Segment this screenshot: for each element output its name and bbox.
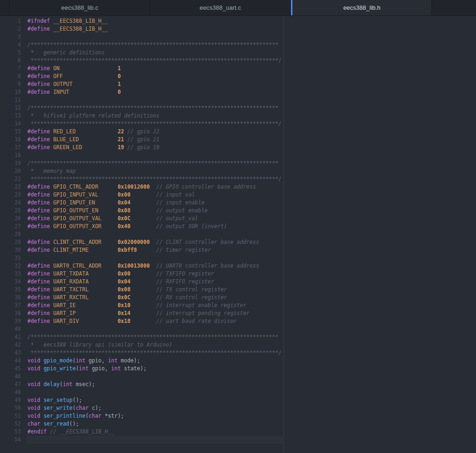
code-text: void delay(int msec);: [21, 381, 95, 388]
tab-eecs388-lib-c[interactable]: eecs388_lib.c: [9, 0, 150, 15]
code-line[interactable]: 48: [0, 388, 476, 396]
code-line[interactable]: 19/*************************************…: [0, 159, 476, 167]
code-line[interactable]: 7#define ON 1: [0, 65, 476, 72]
token-kw: void: [27, 381, 40, 387]
code-line[interactable]: 2#define __EECS388_LIB_H__: [0, 25, 476, 33]
code-line[interactable]: 29#define CLINT_CTRL_ADDR 0x02000000 // …: [0, 238, 476, 246]
token-num: 0x10: [118, 302, 131, 309]
code-line[interactable]: 14 *************************************…: [0, 120, 476, 128]
editor[interactable]: 1#ifndef __EECS388_LIB_H__2#define __EEC…: [0, 16, 476, 453]
token-cm: // gpio 19: [127, 144, 159, 151]
line-number: 37: [0, 302, 21, 309]
token-tx: [89, 270, 118, 277]
code-text: #define OFF 0: [21, 72, 121, 80]
token-cm: /***************************************…: [27, 334, 278, 340]
code-line[interactable]: 42 * eecs388 library api (similar to Ard…: [0, 341, 476, 349]
line-number: 29: [0, 238, 21, 246]
code-text: char ser_read();: [21, 420, 79, 428]
token-tx: [101, 263, 118, 269]
code-line[interactable]: 18: [0, 151, 476, 159]
code-line[interactable]: 54: [0, 436, 476, 444]
code-line[interactable]: 22#define GPIO_CTRL_ADDR 0x10012000 // G…: [0, 183, 476, 191]
code-line[interactable]: 47void delay(int msec);: [0, 381, 476, 388]
code-line[interactable]: 23#define GPIO_INPUT_VAL 0x00 // input v…: [0, 191, 476, 199]
code-line[interactable]: 45void gpio_write(int gpio, int state);: [0, 365, 476, 373]
token-num: 1: [118, 65, 121, 72]
token-kw: char: [89, 413, 102, 419]
token-fn: ser_printline: [44, 413, 86, 419]
code-line[interactable]: 8#define OFF 0: [0, 72, 476, 80]
code-text: #define UART_RXDATA 0x04 // RXFIFO regis…: [21, 278, 214, 286]
code-line[interactable]: 27#define GPIO_OUTPUT_XOR 0x40 // output…: [0, 223, 476, 230]
token-num: 0x08: [118, 286, 131, 293]
code-line[interactable]: 50void ser_write(char c);: [0, 404, 476, 412]
token-tx: [40, 413, 44, 419]
line-number: 30: [0, 246, 21, 254]
token-kw: void: [27, 365, 40, 372]
code-text: #define BLUE_LED 21 // gpio 21: [21, 136, 159, 144]
line-number: 48: [0, 388, 21, 396]
code-line[interactable]: 26#define GPIO_OUTPUT_VAL 0x0C // output…: [0, 215, 476, 223]
code-line[interactable]: 46: [0, 373, 476, 381]
code-line[interactable]: 24#define GPIO_INPUT_EN 0x04 // input en…: [0, 199, 476, 207]
code-line[interactable]: 25#define GPIO_OUTPUT_EN 0x08 // output …: [0, 207, 476, 215]
code-line[interactable]: 40: [0, 325, 476, 333]
code-line[interactable]: 16#define BLUE_LED 21 // gpio 21: [0, 136, 476, 144]
token-kw: #define: [27, 239, 53, 245]
code-line[interactable]: 52char ser_read();: [0, 420, 476, 428]
code-line[interactable]: 3: [0, 33, 476, 41]
code-line[interactable]: 21 *************************************…: [0, 175, 476, 183]
code-line[interactable]: 30#define CLINT_MTIME 0xbff8 // timer re…: [0, 246, 476, 254]
code-line[interactable]: 36#define UART_RXCTRL 0x0C // RX control…: [0, 294, 476, 302]
code-text: /***************************************…: [21, 104, 278, 112]
code-line[interactable]: 4/**************************************…: [0, 41, 476, 49]
code-line[interactable]: 49void ser_setup();: [0, 396, 476, 404]
code-line[interactable]: 6 **************************************…: [0, 57, 476, 65]
token-tx: [40, 420, 44, 427]
token-tx: [131, 302, 156, 309]
code-line[interactable]: 41/*************************************…: [0, 333, 476, 341]
token-kw: #ifndef: [27, 18, 53, 24]
tab-eecs388-lib-h[interactable]: eecs388_lib.h: [291, 0, 432, 15]
code-line[interactable]: 51void ser_printline(char *str);: [0, 412, 476, 420]
code-text: * generic definitions: [21, 49, 105, 57]
token-tx: [131, 207, 156, 214]
token-tx: [76, 302, 118, 309]
code-line[interactable]: 11: [0, 96, 476, 104]
code-line[interactable]: 20 * memory map: [0, 167, 476, 175]
token-num: 0x02000000: [118, 239, 150, 245]
code-line[interactable]: 9#define OUTPUT 1: [0, 80, 476, 88]
code-line[interactable]: 44void gpio_mode(int gpio, int mode);: [0, 357, 476, 365]
code-line[interactable]: 12/*************************************…: [0, 104, 476, 112]
code-text: #define ON 1: [21, 65, 121, 72]
code-line[interactable]: 34#define UART_RXDATA 0x04 // RXFIFO reg…: [0, 278, 476, 286]
code-line[interactable]: 33#define UART_TXDATA 0x00 // TXFIFO reg…: [0, 270, 476, 278]
token-tx: [89, 286, 118, 293]
code-line[interactable]: 31: [0, 254, 476, 262]
code-line[interactable]: 10#define INPUT 0: [0, 88, 476, 96]
token-num: 0x00: [118, 191, 131, 198]
code-line[interactable]: 13 * hifive1 platform related definition…: [0, 112, 476, 120]
line-number: 9: [0, 80, 21, 88]
token-tx: (: [73, 357, 76, 364]
code-text: #define UART_TXCTRL 0x08 // TX control r…: [21, 286, 227, 294]
code-line[interactable]: 43 *************************************…: [0, 349, 476, 357]
code-line[interactable]: 15#define RED_LED 22 // gpio 22: [0, 128, 476, 136]
code-line[interactable]: 32#define UART0_CTRL_ADDR 0x10013000 // …: [0, 262, 476, 270]
code-line[interactable]: 5 * generic definitions: [0, 49, 476, 57]
code-line[interactable]: 17#define GREEN_LED 19 // gpio 19: [0, 144, 476, 151]
code-line[interactable]: 38#define UART_IP 0x14 // interrupt pend…: [0, 309, 476, 317]
code-text: [21, 254, 27, 262]
code-line[interactable]: 53#endif // __EECS388_LIB_H__: [0, 428, 476, 436]
tab-eecs388-uart-c[interactable]: eecs388_uart.c: [150, 0, 291, 15]
token-kw: void: [27, 413, 40, 419]
code-line[interactable]: 37#define UART_IE 0x10 // interrupt enab…: [0, 302, 476, 309]
code-line[interactable]: 35#define UART_TXCTRL 0x08 // TX control…: [0, 286, 476, 294]
token-name: UART_IE: [53, 302, 75, 309]
code-line[interactable]: 1#ifndef __EECS388_LIB_H__: [0, 17, 476, 25]
token-tx: [131, 278, 156, 285]
token-tx: [98, 191, 118, 198]
code-line[interactable]: 28: [0, 230, 476, 238]
code-line[interactable]: 39#define UART_DIV 0x18 // uart baud rat…: [0, 317, 476, 325]
tab-bar: eecs388_lib.c eecs388_uart.c eecs388_lib…: [0, 0, 476, 16]
